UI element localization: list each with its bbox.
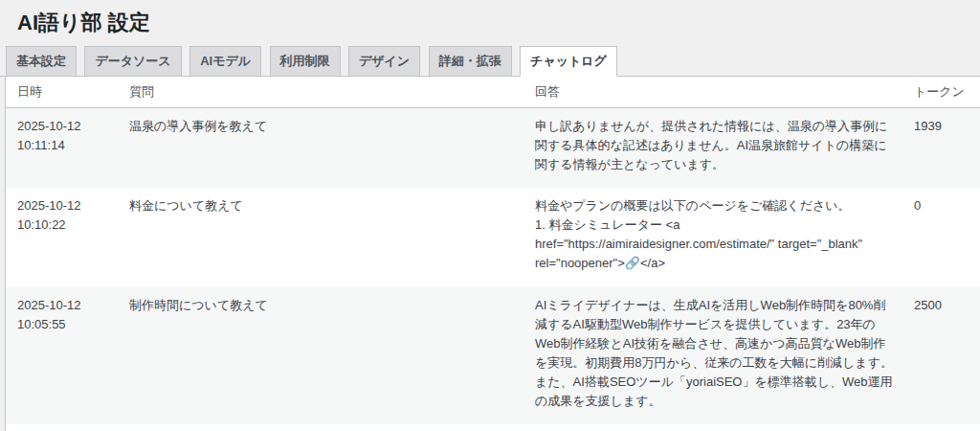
table-header-row: 日時 質問 回答 トークン bbox=[6, 77, 980, 108]
datetime-cell: 2025-10-12 10:11:14 bbox=[6, 107, 118, 188]
table-row: 2025-10-12 10:11:14 温泉の導入事例を教えて 申し訳ありません… bbox=[6, 107, 980, 188]
question-cell: 料金について教えて bbox=[118, 188, 523, 287]
tab-ai-model[interactable]: AIモデル bbox=[189, 46, 261, 76]
tab-basic-settings[interactable]: 基本設定 bbox=[6, 46, 77, 76]
chat-log-panel: 日時 質問 回答 トークン 2025-10-12 10:11:14 温泉の導入事… bbox=[5, 77, 980, 431]
token-value: 2500 bbox=[914, 298, 942, 312]
token-value: 1939 bbox=[914, 119, 942, 133]
question-cell: 温泉の導入事例を教えて bbox=[118, 107, 523, 188]
datetime-cell: 2025-10-12 10:05:55 bbox=[6, 287, 118, 425]
token-cell: 1939 bbox=[902, 107, 980, 188]
answer-cell: SEO（検索エンジン最適化）は、ウェブサイトを検索エンジンのランキングで上位表示… bbox=[523, 424, 902, 431]
token-cell: 3230 bbox=[902, 424, 980, 431]
question-cell: SEOについて教えて bbox=[118, 424, 523, 431]
table-row: 2025-10-12 10:05:00 SEOについて教えて SEO（検索エンジ… bbox=[6, 424, 980, 431]
datetime-cell: 2025-10-12 10:05:00 bbox=[6, 424, 118, 431]
tab-usage-limit[interactable]: 利用制限 bbox=[270, 46, 341, 76]
token-value: 0 bbox=[914, 198, 921, 213]
question-cell: 制作時間について教えて bbox=[118, 287, 523, 425]
page-title: AI語り部 設定 bbox=[0, 0, 980, 37]
datetime-cell: 2025-10-12 10:10:22 bbox=[6, 188, 118, 287]
column-header-question: 質問 bbox=[118, 77, 523, 108]
table-row: 2025-10-12 10:10:22 料金について教えて 料金やプランの概要は… bbox=[6, 188, 980, 287]
table-row: 2025-10-12 10:05:55 制作時間について教えて AIミライデザイ… bbox=[6, 287, 980, 425]
tab-design[interactable]: デザイン bbox=[348, 46, 420, 76]
answer-cell: AIミライデザイナーは、生成AIを活用しWeb制作時間を80%削減するAI駆動型… bbox=[523, 287, 902, 425]
answer-cell: 料金やプランの概要は以下のページをご確認ください。 1. 料金シミュレーター <… bbox=[523, 188, 902, 287]
tab-data-source[interactable]: データソース bbox=[84, 46, 181, 76]
answer-cell: 申し訳ありませんが、提供された情報には、温泉の導入事例に関する具体的な記述はあり… bbox=[523, 107, 902, 188]
token-cell: 0 bbox=[902, 188, 980, 287]
settings-tab-bar: 基本設定 データソース AIモデル 利用制限 デザイン 詳細・拡張 チャットログ bbox=[0, 46, 980, 77]
column-header-answer: 回答 bbox=[523, 77, 902, 108]
tab-chat-log[interactable]: チャットログ bbox=[520, 46, 617, 77]
column-header-datetime: 日時 bbox=[6, 77, 118, 108]
chat-log-table: 日時 質問 回答 トークン 2025-10-12 10:11:14 温泉の導入事… bbox=[6, 77, 980, 431]
column-header-tokens: トークン bbox=[902, 77, 980, 108]
tab-advanced-extensions[interactable]: 詳細・拡張 bbox=[429, 46, 512, 76]
token-cell: 2500 bbox=[902, 287, 980, 425]
